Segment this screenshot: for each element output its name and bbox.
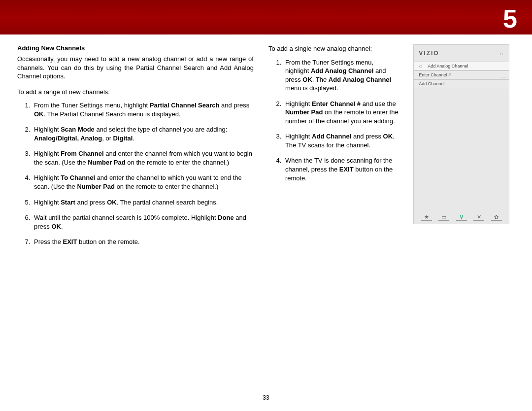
brand-logo-text: VIZIO (419, 50, 439, 57)
home-icon: ⌂ (500, 51, 504, 56)
rect-icon: ▭ (438, 214, 449, 221)
menu-row-value: __ (501, 72, 506, 77)
step-item: Press the EXIT button on the remote. (32, 238, 254, 246)
left-column: Adding New Channels Occasionally, you ma… (17, 44, 254, 253)
menu-row-label: Enter Channel # (417, 72, 451, 77)
steps-list-right: From the Tuner Settings menu, highlight … (268, 58, 399, 183)
tv-menu-footer: ★ ▭ V ✕ ✿ (414, 214, 509, 221)
chapter-number: 5 (503, 4, 517, 34)
lead-in-text: To add a single new analog channel: (268, 44, 399, 53)
intro-paragraph: Occasionally, you may need to add a new … (17, 55, 254, 81)
v-icon: V (456, 214, 467, 221)
x-icon: ✕ (473, 214, 484, 221)
step-item: Highlight Enter Channel # and use the Nu… (283, 100, 399, 126)
menu-row-enter-channel: Enter Channel # __ (414, 70, 509, 79)
steps-list-left: From the Tuner Settings menu, highlight … (17, 101, 254, 246)
step-item: Highlight From Channel and enter the cha… (32, 149, 254, 167)
page-number: 33 (0, 394, 532, 401)
star-icon: ★ (421, 214, 432, 221)
chapter-banner: 5 (0, 0, 532, 34)
content-area: Adding New Channels Occasionally, you ma… (0, 34, 532, 253)
section-heading: Adding New Channels (17, 44, 254, 52)
gear-icon: ✿ (491, 214, 502, 221)
ui-mock-wrap: VIZIO ⌂ ◁ Add Analog Channel Enter Chann… (413, 44, 515, 253)
step-item: Highlight Add Channel and press OK. The … (283, 132, 399, 149)
right-column: To add a single new analog channel: From… (268, 44, 399, 253)
menu-row-label: Add Channel (417, 81, 444, 86)
tv-menu-panel: VIZIO ⌂ ◁ Add Analog Channel Enter Chann… (413, 44, 509, 224)
step-item: From the Tuner Settings menu, highlight … (32, 101, 254, 118)
menu-row-label: Add Analog Channel (426, 64, 468, 68)
step-item: Highlight To Channel and enter the chann… (32, 173, 254, 191)
tv-menu-header: VIZIO ⌂ (414, 45, 509, 62)
step-item: Highlight Start and press OK. The partia… (32, 198, 254, 207)
menu-row-title: ◁ Add Analog Channel (414, 62, 509, 70)
step-item: When the TV is done scanning for the cha… (283, 156, 399, 182)
lead-in-text: To add a range of new channels: (17, 88, 254, 97)
menu-row-add-channel: Add Channel (414, 79, 509, 88)
tv-menu-list: ◁ Add Analog Channel Enter Channel # __ … (414, 62, 509, 88)
step-item: Highlight Scan Mode and select the type … (32, 125, 254, 142)
step-item: From the Tuner Settings menu, highlight … (283, 58, 399, 93)
step-item: Wait until the partial channel search is… (32, 213, 254, 231)
back-arrow-icon: ◁ (417, 64, 424, 68)
